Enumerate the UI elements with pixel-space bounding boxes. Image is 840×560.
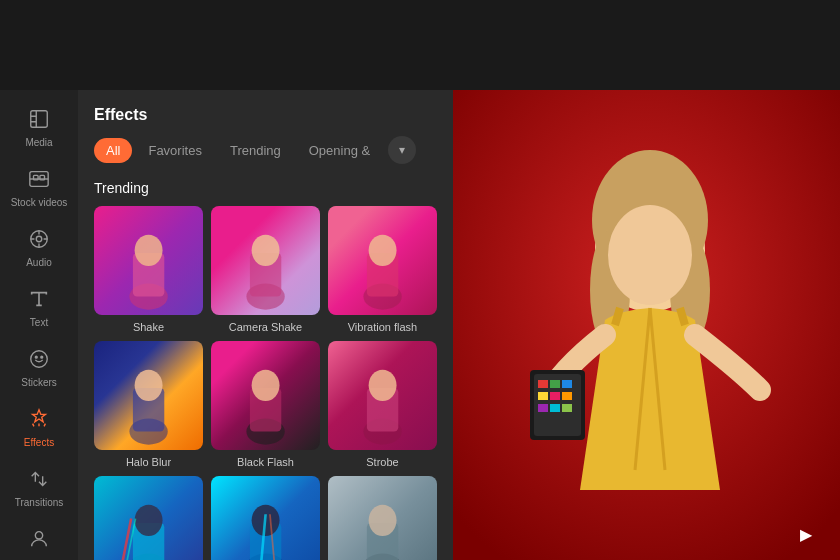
tab-all[interactable]: All bbox=[94, 138, 132, 163]
effect-thumb-strobe bbox=[328, 341, 437, 450]
svg-rect-52 bbox=[550, 404, 560, 412]
video-preview bbox=[450, 90, 840, 560]
effect-label-black-flash: Black Flash bbox=[237, 456, 294, 468]
effect-item-shake[interactable]: Shake bbox=[94, 206, 203, 333]
sidebar-item-effects-label: Effects bbox=[24, 437, 54, 448]
svg-rect-47 bbox=[562, 380, 572, 388]
svg-point-36 bbox=[369, 505, 397, 536]
svg-point-21 bbox=[135, 370, 163, 401]
effect-item-vibration-flash[interactable]: Vibration flash bbox=[328, 206, 437, 333]
effect-label-camera-shake: Camera Shake bbox=[229, 321, 302, 333]
svg-rect-49 bbox=[550, 392, 560, 400]
top-bar bbox=[0, 0, 840, 90]
filter-tabs: All Favorites Trending Opening & ▾ bbox=[78, 136, 453, 176]
svg-point-12 bbox=[135, 235, 163, 266]
chevron-down-icon: ▾ bbox=[399, 143, 405, 157]
svg-point-9 bbox=[35, 532, 42, 539]
effects-panel-title: Effects bbox=[78, 90, 453, 136]
svg-point-5 bbox=[36, 236, 42, 242]
tab-trending[interactable]: Trending bbox=[218, 138, 293, 163]
effect-thumb-camera-shake bbox=[211, 206, 320, 315]
sidebar-item-audio[interactable]: Audio bbox=[0, 218, 78, 278]
svg-rect-45 bbox=[538, 380, 548, 388]
svg-rect-50 bbox=[562, 392, 572, 400]
svg-rect-46 bbox=[550, 380, 560, 388]
effects-grid: Shake Camera Shake Vibrati bbox=[78, 206, 453, 560]
effect-item-color3[interactable] bbox=[328, 476, 437, 560]
sidebar-item-text-label: Text bbox=[30, 317, 48, 328]
svg-rect-0 bbox=[31, 111, 48, 128]
sidebar-item-media[interactable]: Media bbox=[0, 98, 78, 158]
sidebar: Media Stock videos Audio bbox=[0, 90, 78, 560]
effect-label-vibration-flash: Vibration flash bbox=[348, 321, 418, 333]
svg-point-7 bbox=[35, 356, 37, 358]
svg-point-27 bbox=[369, 370, 397, 401]
transitions-icon bbox=[28, 468, 50, 493]
effect-item-strobe[interactable]: Strobe bbox=[328, 341, 437, 468]
effect-thumb-color1 bbox=[94, 476, 203, 560]
svg-point-30 bbox=[135, 505, 163, 536]
effect-label-halo-blur: Halo Blur bbox=[126, 456, 171, 468]
effect-item-camera-shake[interactable]: Camera Shake bbox=[211, 206, 320, 333]
stickers-icon bbox=[28, 348, 50, 373]
svg-point-24 bbox=[252, 370, 280, 401]
effect-thumb-halo-blur bbox=[94, 341, 203, 450]
filter-more-button[interactable]: ▾ bbox=[388, 136, 416, 164]
svg-point-15 bbox=[252, 235, 280, 266]
effect-thumb-color3 bbox=[328, 476, 437, 560]
effect-thumb-black-flash bbox=[211, 341, 320, 450]
media-icon bbox=[28, 108, 50, 133]
sidebar-item-media-label: Media bbox=[25, 137, 52, 148]
effect-item-color2[interactable] bbox=[211, 476, 320, 560]
text-icon bbox=[28, 288, 50, 313]
tab-opening[interactable]: Opening & bbox=[297, 138, 382, 163]
svg-point-6 bbox=[31, 351, 48, 368]
sidebar-item-audio-label: Audio bbox=[26, 257, 52, 268]
effect-thumb-color2 bbox=[211, 476, 320, 560]
effect-thumb-shake bbox=[94, 206, 203, 315]
svg-rect-48 bbox=[538, 392, 548, 400]
sidebar-item-account[interactable] bbox=[0, 518, 78, 560]
video-preview-inner bbox=[450, 90, 840, 560]
effect-label-strobe: Strobe bbox=[366, 456, 398, 468]
svg-point-18 bbox=[369, 235, 397, 266]
account-icon bbox=[28, 528, 50, 553]
sidebar-item-stickers-label: Stickers bbox=[21, 377, 57, 388]
play-button[interactable] bbox=[792, 520, 820, 548]
effect-item-color1[interactable] bbox=[94, 476, 203, 560]
effects-icon bbox=[28, 408, 50, 433]
sidebar-item-stickers[interactable]: Stickers bbox=[0, 338, 78, 398]
trending-section-title: Trending bbox=[78, 176, 453, 206]
sidebar-item-text[interactable]: Text bbox=[0, 278, 78, 338]
svg-point-42 bbox=[608, 205, 692, 305]
effect-label-shake: Shake bbox=[133, 321, 164, 333]
stock-videos-icon bbox=[28, 168, 50, 193]
effect-thumb-vibration-flash bbox=[328, 206, 437, 315]
effect-item-halo-blur[interactable]: Halo Blur bbox=[94, 341, 203, 468]
sidebar-item-transitions-label: Transitions bbox=[15, 497, 64, 508]
sidebar-item-stock-videos-label: Stock videos bbox=[11, 197, 68, 208]
svg-rect-51 bbox=[538, 404, 548, 412]
effects-panel: Effects All Favorites Trending Opening &… bbox=[78, 90, 453, 560]
tab-favorites[interactable]: Favorites bbox=[136, 138, 213, 163]
svg-point-8 bbox=[41, 356, 43, 358]
effect-item-black-flash[interactable]: Black Flash bbox=[211, 341, 320, 468]
sidebar-item-stock-videos[interactable]: Stock videos bbox=[0, 158, 78, 218]
sidebar-item-transitions[interactable]: Transitions bbox=[0, 458, 78, 518]
audio-icon bbox=[28, 228, 50, 253]
svg-rect-53 bbox=[562, 404, 572, 412]
sidebar-item-effects[interactable]: Effects bbox=[0, 398, 78, 458]
